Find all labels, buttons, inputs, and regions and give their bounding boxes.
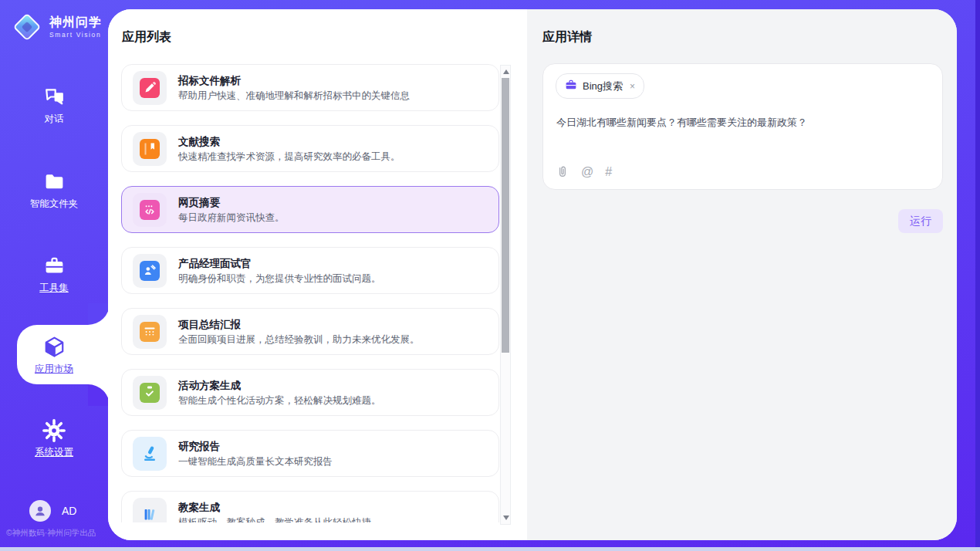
books-icon (133, 498, 167, 523)
app-card[interactable]: 项目总结汇报 全面回顾项目进展，总结经验教训，助力未来优化发展。 (121, 308, 499, 355)
tool-chip-label: Bing搜索 (583, 79, 623, 93)
chat-icon (2, 83, 106, 110)
app-card[interactable]: 网页摘要 每日政府新闻资讯快查。 (121, 186, 499, 233)
app-window: 神州问学 Smart Vision 对话 智能文件夹 工具集 应用市场 (0, 0, 980, 551)
app-card-subtitle: 模板驱动，教案秒成，教学准备从此轻松快捷 (178, 516, 371, 523)
app-list-title: 应用列表 (122, 29, 171, 46)
app-detail-panel: 应用详情 Bing搜索 × 今日湖北有哪些新闻要点？有哪些需要关注的最新政策？ (527, 9, 957, 540)
app-card[interactable]: 研究报告 一键智能生成高质量长文本研究报告 (121, 430, 499, 477)
prompt-card: Bing搜索 × 今日湖北有哪些新闻要点？有哪些需要关注的最新政策？ @ # (542, 63, 943, 190)
app-card-title: 教案生成 (178, 501, 371, 514)
brand-text: 神州问学 Smart Vision (49, 15, 102, 39)
sidebar: 神州问学 Smart Vision 对话 智能文件夹 工具集 应用市场 (0, 0, 108, 551)
interview-icon (133, 254, 167, 288)
app-detail-title: 应用详情 (542, 29, 592, 46)
app-card-title: 产品经理面试官 (178, 257, 381, 270)
app-card[interactable]: 教案生成 模板驱动，教案秒成，教学准备从此轻松快捷 (121, 491, 499, 522)
diamond-logo-icon (13, 13, 42, 42)
microscope-icon (133, 437, 167, 471)
user-name: AD (62, 505, 76, 517)
sidebar-item-app-market[interactable]: 应用市场 (2, 333, 106, 376)
app-card-subtitle: 快速精准查找学术资源，提高研究效率的必备工具。 (178, 150, 400, 163)
app-card[interactable]: 文献搜索 快速精准查找学术资源，提高研究效率的必备工具。 (121, 125, 499, 172)
person-icon (32, 503, 48, 519)
calendar-icon (133, 315, 167, 349)
gear-icon (2, 417, 106, 443)
app-card[interactable]: 活动方案生成 智能生成个性化活动方案，轻松解决规划难题。 (121, 369, 499, 416)
toolbox-icon (2, 252, 106, 279)
clipboard-icon (133, 376, 167, 410)
app-card-subtitle: 每日政府新闻资讯快查。 (178, 211, 285, 224)
app-card-subtitle: 明确身份和职责，为您提供专业性的面试问题。 (178, 272, 381, 285)
app-card-subtitle: 智能生成个性化活动方案，轻松解决规划难题。 (178, 394, 381, 407)
scrollbar-up-icon[interactable] (503, 69, 509, 74)
window-right-edge (975, 0, 980, 551)
chip-close-icon[interactable]: × (630, 81, 635, 92)
active-tab-corner-bottom (88, 384, 110, 406)
briefcase-icon (565, 79, 577, 94)
brand-name: 神州问学 (49, 15, 102, 29)
app-card-list: 招标文件解析 帮助用户快速、准确地理解和解析招标书中的关键信息 文献搜索 快速精… (121, 64, 501, 522)
scrollbar-thumb[interactable] (502, 78, 509, 353)
window-bottom-edge (0, 547, 980, 551)
app-card-title: 文献搜索 (178, 135, 400, 148)
active-tab-corner-top (88, 303, 110, 325)
app-list-panel: 应用列表 招标文件解析 帮助用户快速、准确地理解和解析招标书中的关键信息 文献搜… (108, 9, 527, 540)
app-card[interactable]: 产品经理面试官 明确身份和职责，为您提供专业性的面试问题。 (121, 247, 499, 294)
app-card-subtitle: 全面回顾项目进展，总结经验教训，助力未来优化发展。 (178, 333, 420, 346)
user-account[interactable]: AD (29, 500, 76, 522)
app-card-subtitle: 一键智能生成高质量长文本研究报告 (178, 455, 333, 468)
app-card-subtitle: 帮助用户快速、准确地理解和解析招标书中的关键信息 (178, 90, 410, 102)
book-icon (133, 132, 167, 166)
brand-subtitle: Smart Vision (49, 31, 102, 39)
sidebar-item-settings[interactable]: 系统设置 (2, 417, 106, 459)
paperclip-icon[interactable] (556, 165, 569, 179)
brand-logo: 神州问学 Smart Vision (12, 12, 102, 42)
app-card[interactable]: 招标文件解析 帮助用户快速、准确地理解和解析招标书中的关键信息 (121, 64, 499, 111)
app-card-title: 研究报告 (178, 440, 333, 453)
sidebar-item-smart-folders[interactable]: 智能文件夹 (2, 168, 106, 211)
sidebar-item-toolset[interactable]: 工具集 (2, 252, 106, 295)
tool-chip-bing-search[interactable]: Bing搜索 × (556, 73, 644, 99)
attachment-toolbar: @ # (556, 165, 612, 179)
sidebar-item-chat[interactable]: 对话 (2, 83, 106, 126)
copyright: ©神州数码·神州问学出品 (6, 528, 108, 539)
question-text[interactable]: 今日湖北有哪些新闻要点？有哪些需要关注的最新政策？ (556, 115, 930, 130)
webpage-icon (133, 193, 167, 227)
run-button[interactable]: 运行 (898, 209, 943, 233)
app-card-title: 网页摘要 (178, 196, 285, 209)
hash-icon[interactable]: # (605, 165, 612, 179)
cube-icon (2, 333, 106, 360)
app-card-title: 项目总结汇报 (178, 318, 420, 331)
avatar[interactable] (29, 500, 51, 522)
folder-icon (2, 168, 106, 194)
scrollbar[interactable] (500, 65, 511, 525)
scrollbar-down-icon[interactable] (503, 516, 509, 520)
content-card: 应用列表 招标文件解析 帮助用户快速、准确地理解和解析招标书中的关键信息 文献搜… (108, 9, 957, 540)
app-card-title: 招标文件解析 (178, 74, 410, 87)
edit-icon (133, 71, 167, 105)
app-card-title: 活动方案生成 (178, 379, 381, 392)
at-mention-icon[interactable]: @ (581, 165, 593, 179)
